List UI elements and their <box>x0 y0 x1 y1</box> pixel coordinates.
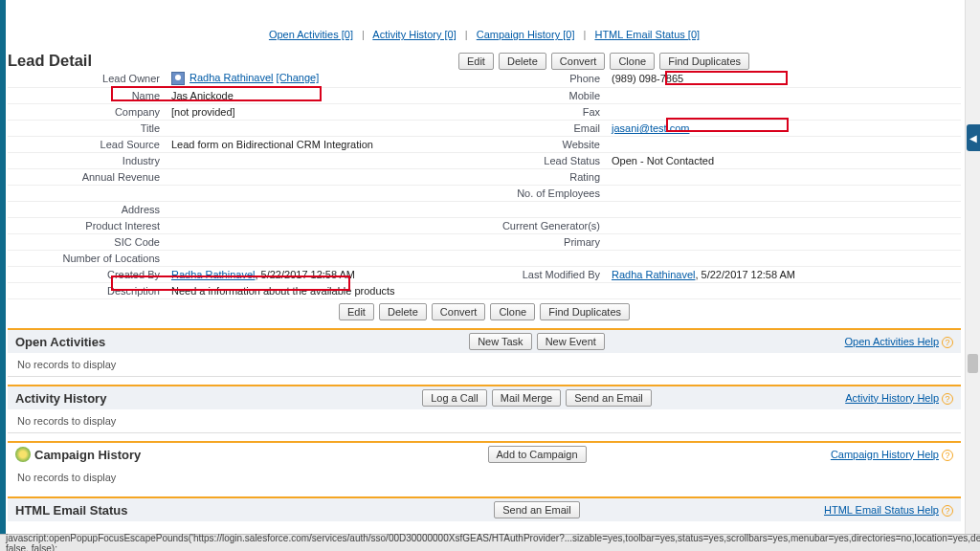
label-mobile: Mobile <box>481 88 606 104</box>
value-lead-status: Open - Not Contacted <box>606 153 961 169</box>
help-icon[interactable]: ? <box>942 393 953 405</box>
label-created-by: Created By <box>8 267 166 283</box>
mail-merge-button[interactable]: Mail Merge <box>492 389 561 407</box>
value-lead-source: Lead form on Bidirectional CRM Integrati… <box>166 137 481 153</box>
convert-button[interactable]: Convert <box>551 53 606 70</box>
label-no-employees: No. of Employees <box>481 186 606 202</box>
label-website: Website <box>481 137 606 153</box>
page-title: Lead Detail <box>8 52 247 70</box>
campaign-history-title: Campaign History <box>34 448 141 462</box>
activity-history-help-link[interactable]: Activity History Help <box>845 392 939 404</box>
value-primary <box>606 234 961 251</box>
label-lead-status: Lead Status <box>481 153 606 169</box>
label-primary: Primary <box>481 234 606 251</box>
label-phone: Phone <box>481 70 606 88</box>
find-duplicates-button[interactable]: Find Duplicates <box>659 53 749 70</box>
anchor-nav: Open Activities [0] | Activity History [… <box>8 29 961 40</box>
value-description: Need a information about the available p… <box>166 283 961 299</box>
log-call-button[interactable]: Log a Call <box>422 389 487 407</box>
html-email-help-link[interactable]: HTML Email Status Help <box>824 504 939 516</box>
nav-activity-history[interactable]: Activity History [0] <box>372 29 456 40</box>
activity-history-empty: No records to display <box>8 409 961 433</box>
related-open-activities: Open Activities New Task New Event Open … <box>8 328 961 377</box>
created-by-link[interactable]: Radha Rathinavel <box>171 269 255 280</box>
open-activities-help-link[interactable]: Open Activities Help <box>845 336 939 347</box>
edit-button-bottom[interactable]: Edit <box>339 303 374 320</box>
value-current-generator <box>606 218 961 234</box>
delete-button[interactable]: Delete <box>499 53 546 70</box>
created-by-date: , 5/22/2017 12:58 AM <box>255 269 355 280</box>
last-modified-link[interactable]: Radha Rathinavel <box>612 269 695 280</box>
nav-sep: | <box>465 29 468 40</box>
status-text: javascript:openPopupFocusEscapePounds('h… <box>6 533 980 552</box>
value-fax <box>606 104 961 121</box>
detail-table: Lead Owner Radha Rathinavel [Change] Pho… <box>8 70 961 299</box>
label-description: Description <box>8 283 166 299</box>
label-industry: Industry <box>8 153 166 169</box>
value-mobile <box>606 88 961 104</box>
help-icon[interactable]: ? <box>942 337 953 348</box>
edit-button[interactable]: Edit <box>458 53 494 70</box>
value-num-locations <box>166 251 481 267</box>
new-event-button[interactable]: New Event <box>537 333 605 350</box>
label-address: Address <box>8 202 166 218</box>
browser-status-bar: javascript:openPopupFocusEscapePounds('h… <box>0 534 980 551</box>
activity-history-title: Activity History <box>15 391 264 406</box>
nav-sep: | <box>362 29 365 40</box>
delete-button-bottom[interactable]: Delete <box>379 303 427 320</box>
campaign-icon <box>15 447 31 462</box>
lead-owner-link[interactable]: Radha Rathinavel <box>189 72 273 83</box>
value-website <box>606 137 961 153</box>
html-email-title: HTML Email Status <box>15 503 264 518</box>
find-duplicates-button-bottom[interactable]: Find Duplicates <box>540 303 630 320</box>
email-link[interactable]: jasani@test.com <box>612 122 689 134</box>
open-activities-empty: No records to display <box>8 353 961 377</box>
value-no-employees <box>606 186 961 202</box>
label-name: Name <box>8 88 166 104</box>
label-product-interest: Product Interest <box>8 218 166 234</box>
chevron-left-icon: ◀ <box>969 133 977 143</box>
value-sic-code <box>166 234 481 251</box>
campaign-history-help-link[interactable]: Campaign History Help <box>831 449 939 460</box>
related-html-email: HTML Email Status Send an Email HTML Ema… <box>8 496 961 521</box>
related-campaign-history: Campaign History Add to Campaign Campaig… <box>8 441 961 489</box>
value-title <box>166 121 481 137</box>
help-icon[interactable]: ? <box>942 450 953 461</box>
new-task-button[interactable]: New Task <box>469 333 531 350</box>
help-icon[interactable]: ? <box>942 505 953 517</box>
label-current-generator: Current Generator(s) <box>481 218 606 234</box>
send-email-button-2[interactable]: Send an Email <box>494 501 580 518</box>
send-email-button[interactable]: Send an Email <box>566 389 652 407</box>
label-rating: Rating <box>481 169 606 186</box>
value-name: Jas Anickode <box>166 88 481 104</box>
label-lead-source: Lead Source <box>8 137 166 153</box>
label-num-locations: Number of Locations <box>8 251 166 267</box>
side-collapse-tab[interactable]: ◀ <box>967 124 980 151</box>
scrollbar-thumb[interactable] <box>968 354 978 373</box>
related-activity-history: Activity History Log a Call Mail Merge S… <box>8 385 961 433</box>
value-address <box>166 202 481 218</box>
value-industry <box>166 153 481 169</box>
nav-open-activities[interactable]: Open Activities [0] <box>269 29 353 40</box>
nav-campaign-history[interactable]: Campaign History [0] <box>477 29 575 40</box>
nav-sep: | <box>584 29 587 40</box>
clone-button-bottom[interactable]: Clone <box>490 303 535 320</box>
label-fax: Fax <box>481 104 606 121</box>
label-sic-code: SIC Code <box>8 234 166 251</box>
label-last-modified: Last Modified By <box>481 267 606 283</box>
clone-button[interactable]: Clone <box>610 53 655 70</box>
label-company: Company <box>8 104 166 121</box>
label-email: Email <box>481 121 606 137</box>
label-annual-revenue: Annual Revenue <box>8 169 166 186</box>
last-modified-date: , 5/22/2017 12:58 AM <box>695 269 795 280</box>
left-accent-bar <box>0 0 6 534</box>
convert-button-bottom[interactable]: Convert <box>432 303 486 320</box>
open-activities-title: Open Activities <box>15 335 264 349</box>
change-owner-link[interactable]: [Change] <box>277 72 320 83</box>
add-to-campaign-button[interactable]: Add to Campaign <box>488 446 587 463</box>
nav-html-email-status[interactable]: HTML Email Status [0] <box>594 29 700 40</box>
value-product-interest <box>166 218 481 234</box>
value-rating <box>606 169 961 186</box>
vertical-scrollbar[interactable] <box>965 0 980 534</box>
value-annual-revenue <box>166 169 481 186</box>
